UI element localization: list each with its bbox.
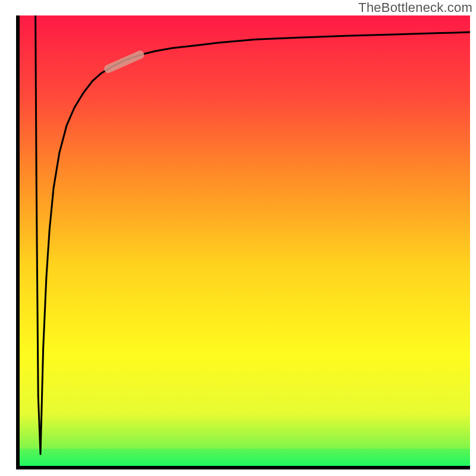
watermark-text: TheBottleneck.com xyxy=(358,0,472,15)
green-band-overlay xyxy=(18,449,470,468)
chart-stage: TheBottleneck.com xyxy=(0,0,476,476)
chart-svg xyxy=(0,0,476,476)
plot-background-gradient xyxy=(18,15,470,468)
